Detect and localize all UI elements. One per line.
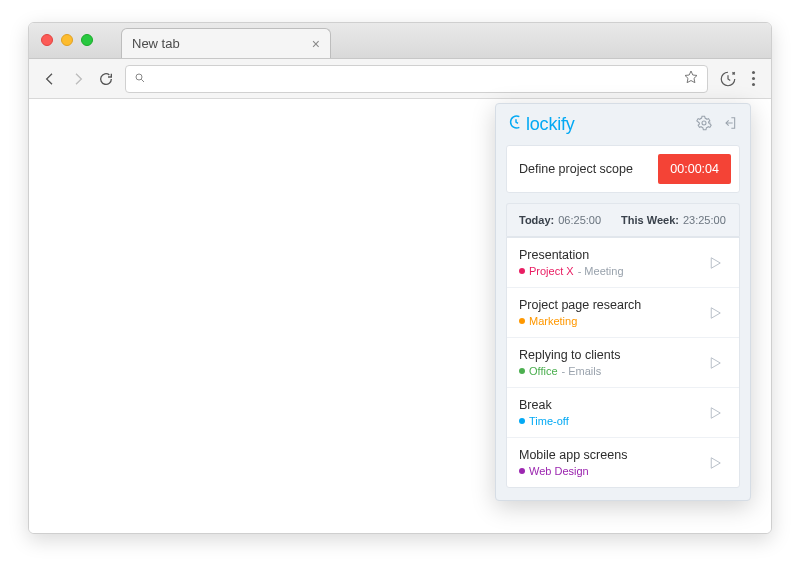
clockify-logo-icon (508, 114, 524, 135)
entry-title: Replying to clients (519, 348, 703, 362)
entry-title: Project page research (519, 298, 703, 312)
svg-line-1 (141, 79, 144, 82)
window-controls (41, 22, 121, 58)
entry-task: - Emails (562, 365, 602, 377)
maximize-window-button[interactable] (81, 34, 93, 46)
time-summary: Today:06:25:00 This Week:23:25:00 (506, 203, 740, 236)
stop-timer-button[interactable]: 00:00:04 (658, 154, 731, 184)
entry-task: - Meeting (578, 265, 624, 277)
browser-tab[interactable]: New tab × (121, 28, 331, 58)
summary-week: This Week:23:25:00 (621, 214, 726, 226)
summary-week-value: 23:25:00 (683, 214, 726, 226)
settings-icon[interactable] (696, 115, 712, 134)
summary-today-label: Today: (519, 214, 554, 226)
time-entry[interactable]: Mobile app screensWeb Design (507, 437, 739, 487)
search-icon (134, 70, 146, 88)
entry-meta: Project X - Meeting (519, 265, 703, 277)
entry-meta: Time-off (519, 415, 703, 427)
bookmark-icon[interactable] (683, 69, 699, 89)
play-button[interactable] (703, 351, 727, 375)
browser-window: New tab × (28, 22, 772, 534)
address-bar[interactable] (125, 65, 708, 93)
play-button[interactable] (703, 451, 727, 475)
entry-info: BreakTime-off (519, 398, 703, 427)
svg-point-0 (136, 74, 142, 80)
tab-title: New tab (132, 36, 180, 51)
svg-point-3 (702, 121, 706, 125)
entry-meta: Office - Emails (519, 365, 703, 377)
summary-today-value: 06:25:00 (558, 214, 601, 226)
logout-icon[interactable] (722, 115, 738, 134)
play-button[interactable] (703, 251, 727, 275)
entry-meta: Web Design (519, 465, 703, 477)
svg-marker-2 (685, 71, 697, 83)
project-color-dot (519, 418, 525, 424)
back-button[interactable] (41, 70, 59, 88)
time-entry[interactable]: Project page researchMarketing (507, 287, 739, 337)
play-button[interactable] (703, 401, 727, 425)
project-color-dot (519, 468, 525, 474)
entry-project: Marketing (529, 315, 577, 327)
svg-marker-5 (711, 257, 720, 268)
entries-list: PresentationProject X - MeetingProject p… (506, 236, 740, 488)
close-tab-button[interactable]: × (312, 36, 320, 52)
timer-elapsed: 00:00:04 (670, 162, 719, 176)
svg-marker-8 (711, 407, 720, 418)
reload-button[interactable] (97, 70, 115, 88)
entry-info: Mobile app screensWeb Design (519, 448, 703, 477)
entry-project: Web Design (529, 465, 589, 477)
entry-title: Presentation (519, 248, 703, 262)
time-entry[interactable]: BreakTime-off (507, 387, 739, 437)
entry-title: Mobile app screens (519, 448, 703, 462)
entry-project: Project X (529, 265, 574, 277)
entry-info: PresentationProject X - Meeting (519, 248, 703, 277)
clockify-logo-text: lockify (526, 114, 575, 135)
toolbar (29, 59, 771, 99)
time-entry[interactable]: PresentationProject X - Meeting (507, 237, 739, 287)
forward-button[interactable] (69, 70, 87, 88)
summary-today: Today:06:25:00 (519, 214, 601, 226)
project-color-dot (519, 268, 525, 274)
entry-info: Replying to clientsOffice - Emails (519, 348, 703, 377)
svg-marker-6 (711, 307, 720, 318)
close-window-button[interactable] (41, 34, 53, 46)
active-timer: Define project scope 00:00:04 (506, 145, 740, 193)
entry-project: Office (529, 365, 558, 377)
svg-marker-9 (711, 457, 720, 468)
browser-menu-button[interactable] (748, 71, 759, 86)
entry-info: Project page researchMarketing (519, 298, 703, 327)
project-color-dot (519, 318, 525, 324)
clockify-logo: lockify (508, 114, 575, 135)
entry-meta: Marketing (519, 315, 703, 327)
tab-bar: New tab × (29, 23, 771, 59)
time-entry[interactable]: Replying to clientsOffice - Emails (507, 337, 739, 387)
play-button[interactable] (703, 301, 727, 325)
clockify-extension-icon[interactable] (718, 69, 738, 89)
clockify-popup: lockify Define project scope 00:00:04 (495, 103, 751, 501)
svg-marker-7 (711, 357, 720, 368)
page-content: lockify Define project scope 00:00:04 (29, 99, 771, 533)
minimize-window-button[interactable] (61, 34, 73, 46)
project-color-dot (519, 368, 525, 374)
entry-title: Break (519, 398, 703, 412)
timer-description[interactable]: Define project scope (519, 162, 650, 176)
summary-week-label: This Week: (621, 214, 679, 226)
popup-header: lockify (496, 104, 750, 143)
entry-project: Time-off (529, 415, 569, 427)
